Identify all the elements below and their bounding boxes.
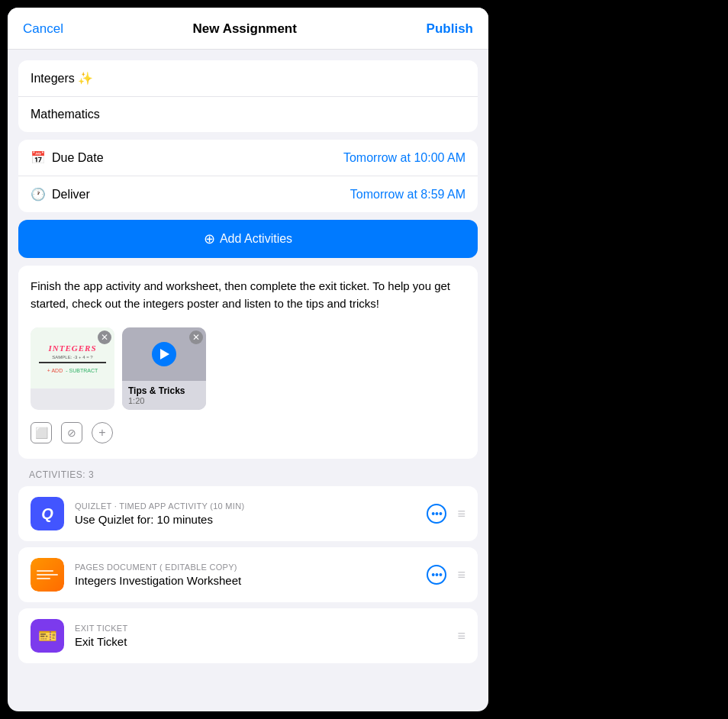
pages-line-2: [37, 574, 58, 576]
sample-label: SAMPLE: -3 + 4 = ?: [52, 355, 92, 360]
pages-name: Integers Investigation Worksheet: [75, 574, 416, 587]
exit-ticket-icon: 🎫: [31, 619, 64, 653]
deliver-label: 🕐 Deliver: [31, 187, 90, 202]
calendar-icon: 📅: [31, 150, 46, 165]
exit-ticket-actions: ≡: [457, 628, 465, 644]
number-line-graphic: [39, 362, 106, 363]
subject-field[interactable]: Mathematics: [18, 97, 478, 132]
pages-line-3: [37, 578, 50, 579]
plus-circle-icon: ⊕: [204, 231, 215, 247]
quizlet-type: QUIZLET · TIMED APP ACTIVITY (10 MIN): [75, 501, 416, 511]
quizlet-details: QUIZLET · TIMED APP ACTIVITY (10 MIN) Us…: [75, 501, 416, 526]
pages-options-button[interactable]: •••: [427, 565, 446, 585]
exit-ticket-details: EXIT TICKET Exit Ticket: [75, 624, 446, 648]
instructions-section[interactable]: Finish the app activity and worksheet, t…: [18, 266, 478, 459]
assignment-title: Integers ✨: [31, 72, 93, 85]
quizlet-icon: Q: [31, 497, 64, 530]
activities-section: ACTIVITIES: 3 Q QUIZLET · TIMED APP ACTI…: [8, 459, 488, 663]
link-toolbar-button[interactable]: ⊘: [61, 422, 82, 443]
video-info: Tips & Tricks 1:20: [122, 381, 206, 410]
pages-lines-graphic: [37, 568, 58, 582]
assignment-title-field[interactable]: Integers ✨: [18, 60, 478, 97]
pages-drag-handle[interactable]: ≡: [457, 567, 465, 583]
title-section: Integers ✨ Mathematics: [18, 60, 478, 132]
deliver-row[interactable]: 🕐 Deliver Tomorrow at 8:59 AM: [18, 176, 478, 212]
image-toolbar-button[interactable]: ⬜: [31, 422, 52, 443]
play-button[interactable]: [152, 342, 176, 366]
tips-tricks-attachment: Tips & Tricks 1:20 ✕: [122, 327, 206, 410]
integers-poster-attachment: INTEGERS SAMPLE: -3 + 4 = ? + ADD - SUBT…: [31, 327, 114, 410]
exit-ticket-type: EXIT TICKET: [75, 624, 446, 633]
quizlet-actions: ••• ≡: [427, 504, 465, 524]
deliver-value: Tomorrow at 8:59 AM: [350, 188, 465, 202]
quizlet-options-button[interactable]: •••: [427, 504, 446, 524]
quizlet-drag-handle[interactable]: ≡: [457, 506, 465, 522]
due-date-label: 📅 Due Date: [31, 150, 104, 165]
add-activities-label: Add Activities: [220, 232, 292, 246]
remove-video-button[interactable]: ✕: [189, 330, 203, 344]
add-label: + ADD: [47, 368, 63, 373]
exit-ticket-drag-handle[interactable]: ≡: [457, 628, 465, 644]
header: Cancel New Assignment Publish: [8, 8, 488, 50]
assignment-modal: Cancel New Assignment Publish Integers ✨…: [8, 8, 488, 711]
remove-poster-button[interactable]: ✕: [98, 330, 111, 344]
date-section: 📅 Due Date Tomorrow at 10:00 AM 🕐 Delive…: [18, 140, 478, 212]
attachments-container: INTEGERS SAMPLE: -3 + 4 = ? + ADD - SUBT…: [31, 327, 465, 416]
pages-image: [31, 558, 64, 592]
quizlet-name: Use Quizlet for: 10 minutes: [75, 513, 416, 526]
add-activities-button[interactable]: ⊕ Add Activities: [18, 220, 478, 258]
toolbar: ⬜ ⊘ +: [31, 416, 465, 447]
publish-button[interactable]: Publish: [427, 21, 473, 37]
exit-ticket-activity-item: 🎫 EXIT TICKET Exit Ticket ≡: [18, 608, 478, 663]
quizlet-letter: Q: [41, 505, 53, 523]
add-toolbar-button[interactable]: +: [92, 422, 113, 443]
modal-title: New Assignment: [193, 21, 297, 37]
instructions-text: Finish the app activity and worksheet, t…: [31, 278, 465, 312]
due-date-row[interactable]: 📅 Due Date Tomorrow at 10:00 AM: [18, 140, 478, 176]
exit-ticket-name: Exit Ticket: [75, 635, 446, 648]
pages-type: PAGES DOCUMENT ( EDITABLE COPY): [75, 563, 416, 572]
due-date-value: Tomorrow at 10:00 AM: [343, 151, 465, 165]
video-duration: 1:20: [128, 396, 200, 405]
cancel-button[interactable]: Cancel: [23, 21, 63, 37]
subject-text: Mathematics: [31, 108, 100, 121]
play-icon: [160, 349, 169, 360]
integers-title-graphic: INTEGERS: [48, 343, 96, 353]
subtract-label: - SUBTRACT: [66, 368, 98, 373]
pages-activity-item: PAGES DOCUMENT ( EDITABLE COPY) Integers…: [18, 547, 478, 602]
clock-icon: 🕐: [31, 187, 46, 202]
video-title: Tips & Tricks: [128, 385, 200, 396]
exit-ticket-symbol: 🎫: [38, 627, 57, 645]
quizlet-activity-item: Q QUIZLET · TIMED APP ACTIVITY (10 MIN) …: [18, 486, 478, 541]
pages-line-1: [37, 570, 53, 572]
pages-icon: [31, 558, 64, 592]
integers-operations: + ADD - SUBTRACT: [47, 368, 98, 373]
activities-count: ACTIVITIES: 3: [8, 459, 488, 486]
pages-actions: ••• ≡: [427, 565, 465, 585]
pages-details: PAGES DOCUMENT ( EDITABLE COPY) Integers…: [75, 563, 416, 587]
